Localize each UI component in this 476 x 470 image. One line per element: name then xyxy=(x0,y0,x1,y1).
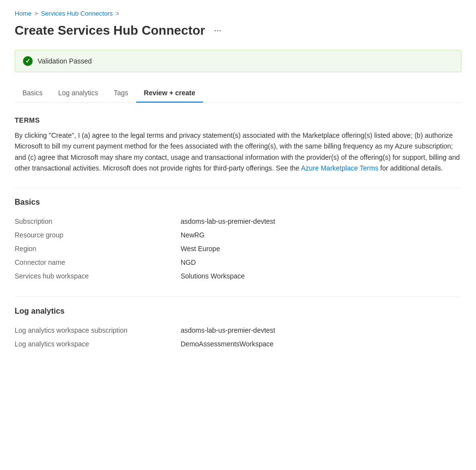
validation-text: Validation Passed xyxy=(38,57,92,65)
tab-basics[interactable]: Basics xyxy=(15,84,50,103)
page-title: Create Services Hub Connector xyxy=(15,23,205,38)
breadcrumb-separator-2: > xyxy=(116,10,119,17)
basics-connector-name-value: NGD xyxy=(181,258,196,266)
terms-text: By clicking "Create", I (a) agree to the… xyxy=(15,130,461,174)
azure-marketplace-terms-link[interactable]: Azure Marketplace Terms xyxy=(301,164,378,172)
tab-log-analytics[interactable]: Log analytics xyxy=(50,84,106,103)
tabs-container: Basics Log analytics Tags Review + creat… xyxy=(15,84,461,103)
terms-body-part2: for additional details. xyxy=(378,164,443,172)
validation-banner: Validation Passed xyxy=(15,50,461,72)
basics-section: Basics Subscription asdoms-lab-us-premie… xyxy=(15,198,461,283)
basics-region-value: West Europe xyxy=(181,245,220,253)
log-analytics-workspace-value: DemoAssessmentsWorkspace xyxy=(181,340,273,348)
section-divider-1 xyxy=(15,188,461,188)
terms-heading: TERMS xyxy=(15,116,461,124)
basics-resource-group-row: Resource group NewRG xyxy=(15,228,461,242)
breadcrumb-connectors[interactable]: Services Hub Connectors xyxy=(41,10,113,17)
log-analytics-fields: Log analytics workspace subscription asd… xyxy=(15,323,461,351)
basics-resource-group-value: NewRG xyxy=(181,231,205,239)
validation-passed-icon xyxy=(23,56,33,66)
tab-tags[interactable]: Tags xyxy=(106,84,136,103)
ellipsis-button[interactable]: ··· xyxy=(210,23,225,38)
tab-review-create[interactable]: Review + create xyxy=(136,84,203,103)
log-analytics-workspace-row: Log analytics workspace DemoAssessmentsW… xyxy=(15,337,461,351)
log-analytics-workspace-label: Log analytics workspace xyxy=(15,340,181,348)
basics-subscription-row: Subscription asdoms-lab-us-premier-devte… xyxy=(15,214,461,228)
page-header: Create Services Hub Connector ··· xyxy=(15,23,461,38)
basics-subscription-value: asdoms-lab-us-premier-devtest xyxy=(181,217,275,225)
log-analytics-subscription-row: Log analytics workspace subscription asd… xyxy=(15,323,461,337)
breadcrumb-home[interactable]: Home xyxy=(15,10,32,17)
basics-region-label: Region xyxy=(15,245,181,253)
basics-services-hub-workspace-value: Solutions Workspace xyxy=(181,272,245,280)
terms-section: TERMS By clicking "Create", I (a) agree … xyxy=(15,116,461,174)
basics-fields: Subscription asdoms-lab-us-premier-devte… xyxy=(15,214,461,283)
basics-region-row: Region West Europe xyxy=(15,242,461,256)
log-analytics-section: Log analytics Log analytics workspace su… xyxy=(15,307,461,351)
basics-connector-name-label: Connector name xyxy=(15,258,181,266)
basics-resource-group-label: Resource group xyxy=(15,231,181,239)
basics-connector-name-row: Connector name NGD xyxy=(15,256,461,269)
basics-section-heading: Basics xyxy=(15,198,461,207)
log-analytics-section-heading: Log analytics xyxy=(15,307,461,316)
breadcrumb: Home > Services Hub Connectors > xyxy=(15,10,461,17)
basics-services-hub-workspace-row: Services hub workspace Solutions Workspa… xyxy=(15,269,461,283)
log-analytics-subscription-value: asdoms-lab-us-premier-devtest xyxy=(181,326,275,334)
breadcrumb-separator-1: > xyxy=(35,10,38,17)
basics-services-hub-workspace-label: Services hub workspace xyxy=(15,272,181,280)
log-analytics-subscription-label: Log analytics workspace subscription xyxy=(15,326,181,334)
section-divider-2 xyxy=(15,297,461,297)
basics-subscription-label: Subscription xyxy=(15,217,181,225)
